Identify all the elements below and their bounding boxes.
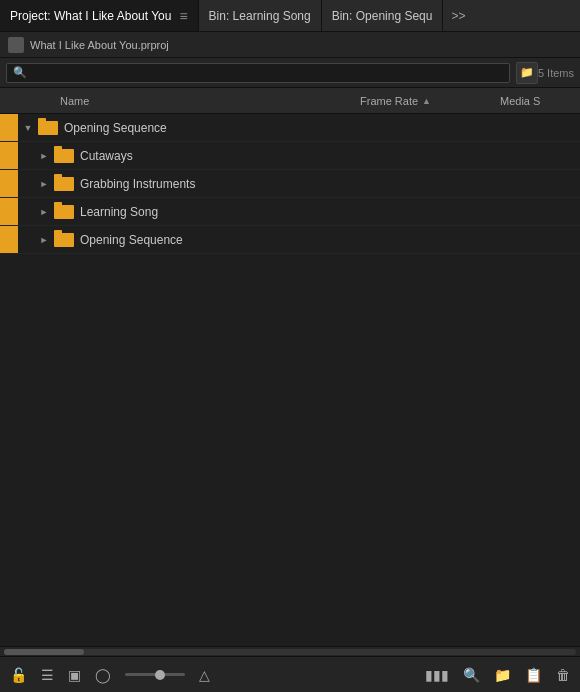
grid-view-icon[interactable]: ▣	[68, 667, 81, 683]
folder-icon	[54, 233, 74, 247]
folder-icon	[38, 121, 58, 135]
find-bin-button[interactable]: 📁	[516, 62, 538, 84]
row-name: Learning Song	[80, 205, 360, 219]
table-row[interactable]: ► Cutaways	[0, 142, 580, 170]
bottom-toolbar: 🔓 ☰ ▣ ◯ △ ▮▮▮ 🔍 📁 📋 🗑	[0, 656, 580, 692]
row-color-indicator	[0, 114, 18, 141]
col-framerate-header[interactable]: Frame Rate ▲	[360, 95, 500, 107]
row-color-indicator	[0, 170, 18, 197]
bar-chart-icon[interactable]: ▮▮▮	[425, 667, 449, 683]
tab-project[interactable]: Project: What I Like About You ≡	[0, 0, 199, 31]
sort-arrow-icon: ▲	[422, 96, 431, 106]
tab-learning-song[interactable]: Bin: Learning Song	[199, 0, 322, 31]
lock-icon[interactable]: 🔓	[10, 667, 27, 683]
expand-icon[interactable]: ►	[34, 170, 54, 197]
file-icon	[8, 37, 24, 53]
row-color-indicator	[0, 226, 18, 253]
folder-icon	[54, 149, 74, 163]
search-input-wrapper[interactable]: 🔍	[6, 63, 510, 83]
folder-icon	[54, 205, 74, 219]
column-headers: Name Frame Rate ▲ Media S	[0, 88, 580, 114]
expand-icon[interactable]: ►	[34, 226, 54, 253]
title-bar: Project: What I Like About You ≡ Bin: Le…	[0, 0, 580, 32]
folder-icon-bottom[interactable]: 📁	[494, 667, 511, 683]
col-media-header[interactable]: Media S	[500, 95, 580, 107]
expand-icon[interactable]: ►	[34, 142, 54, 169]
items-count: 5 Items	[538, 67, 574, 79]
tab-project-label: Project: What I Like About You	[10, 9, 171, 23]
expand-icon[interactable]: ▼	[18, 114, 38, 141]
row-name: Grabbing Instruments	[80, 177, 360, 191]
circle-icon[interactable]: ◯	[95, 667, 111, 683]
row-name: Opening Sequence	[80, 233, 360, 247]
search-icon: 🔍	[13, 66, 27, 79]
tab-learning-song-label: Bin: Learning Song	[209, 9, 311, 23]
expand-icon[interactable]: ►	[34, 198, 54, 225]
row-name: Opening Sequence	[64, 121, 360, 135]
file-bar: What I Like About You.prproj	[0, 32, 580, 58]
search-input[interactable]	[31, 67, 503, 79]
menu-icon[interactable]: ≡	[179, 8, 187, 24]
slider-track[interactable]	[125, 673, 185, 676]
scrollbar-area	[0, 646, 580, 656]
table-row[interactable]: ► Grabbing Instruments	[0, 170, 580, 198]
folder-icon	[54, 177, 74, 191]
zoom-slider[interactable]	[125, 673, 185, 676]
list-view-icon[interactable]: ☰	[41, 667, 54, 683]
trash-icon[interactable]: 🗑	[556, 667, 570, 683]
scrollbar-thumb[interactable]	[4, 649, 84, 655]
table-row[interactable]: ▼ Opening Sequence	[0, 114, 580, 142]
table-row[interactable]: ► Opening Sequence	[0, 226, 580, 254]
file-name: What I Like About You.prproj	[30, 39, 169, 51]
clip-icon[interactable]: 📋	[525, 667, 542, 683]
slider-handle[interactable]	[155, 670, 165, 680]
tab-opening-sequ-label: Bin: Opening Sequ	[332, 9, 433, 23]
tab-overflow[interactable]: >>	[443, 9, 473, 23]
row-color-indicator	[0, 142, 18, 169]
table-row[interactable]: ► Learning Song	[0, 198, 580, 226]
row-color-indicator	[0, 198, 18, 225]
col-name-header[interactable]: Name	[0, 95, 360, 107]
arrow-up-icon[interactable]: △	[199, 667, 210, 683]
find-bin-icon: 📁	[520, 66, 534, 79]
search-icon-bottom[interactable]: 🔍	[463, 667, 480, 683]
file-list: ▼ Opening Sequence ► Cutaways ► Grabbing…	[0, 114, 580, 646]
row-name: Cutaways	[80, 149, 360, 163]
overflow-icon: >>	[451, 9, 465, 23]
search-bar: 🔍 📁 5 Items	[0, 58, 580, 88]
scrollbar-track[interactable]	[4, 649, 576, 655]
tab-opening-sequ[interactable]: Bin: Opening Sequ	[322, 0, 444, 31]
